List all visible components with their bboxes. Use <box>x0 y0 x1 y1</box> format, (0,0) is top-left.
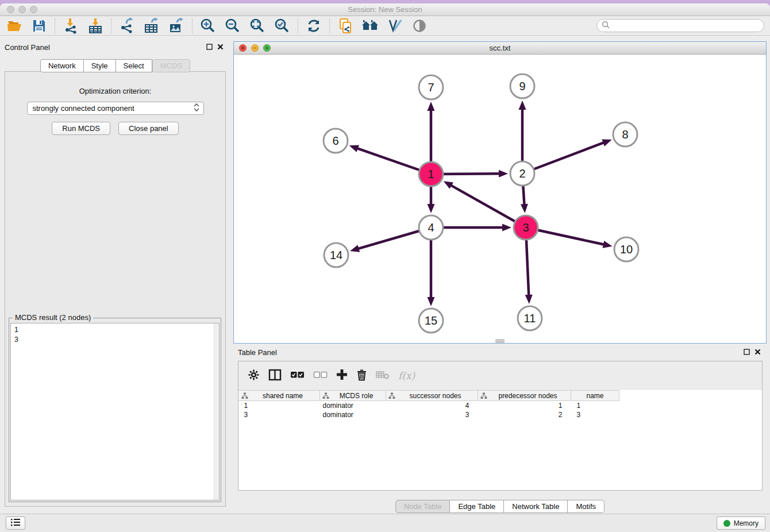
table-cell[interactable]: 4 <box>386 401 478 410</box>
gear-icon[interactable] <box>248 369 260 383</box>
close-window-button[interactable] <box>7 6 14 13</box>
function-icon[interactable]: f(x) <box>398 370 415 381</box>
close-panel-icon[interactable] <box>754 347 761 357</box>
table-tabs: Node Table Edge Table Network Table Moti… <box>233 500 767 513</box>
criterion-value: strongly connected component <box>33 104 193 113</box>
vizmap-pen-icon[interactable] <box>386 18 403 34</box>
splitter-handle[interactable] <box>495 339 505 343</box>
graph-node-label: 1 <box>428 168 434 180</box>
graph-edge-arrowhead <box>521 204 528 213</box>
criterion-select[interactable]: strongly connected component <box>27 102 204 115</box>
add-icon[interactable] <box>336 369 348 383</box>
houses-icon[interactable] <box>361 18 379 34</box>
graph-node-label: 15 <box>425 314 437 327</box>
trash-icon[interactable] <box>356 369 367 383</box>
mcds-result-title: MCDS result (2 nodes) <box>13 313 93 322</box>
result-scrollbar[interactable] <box>214 323 219 500</box>
refresh-icon[interactable] <box>305 18 322 34</box>
float-panel-icon[interactable] <box>206 42 213 52</box>
run-mcds-button[interactable]: Run MCDS <box>52 122 110 135</box>
graph-edge-arrowhead <box>519 101 526 110</box>
network-canvas[interactable]: 7968124314101511 <box>234 55 766 343</box>
export-network-icon[interactable] <box>118 18 136 34</box>
table-header-row: shared name MCDS role successor nodes pr… <box>239 391 619 401</box>
deselect-all-icon[interactable] <box>313 371 328 381</box>
tab-edge-table[interactable]: Edge Table <box>450 500 504 513</box>
zoom-fit-icon[interactable] <box>249 18 266 34</box>
column-header[interactable]: predecessor nodes <box>478 391 571 401</box>
table-cell[interactable]: dominator <box>320 401 386 410</box>
window-title: Session: New Session <box>0 3 770 16</box>
memory-button[interactable]: Memory <box>717 516 765 530</box>
close-panel-button[interactable]: Close panel <box>118 122 179 135</box>
list-icon <box>10 518 21 529</box>
control-panel: Control Panel Network Style Select MCDS … <box>5 41 226 508</box>
tab-style[interactable]: Style <box>84 59 116 72</box>
mcds-result-text[interactable]: 1 3 <box>10 323 220 500</box>
tab-mcds[interactable]: MCDS <box>152 59 190 72</box>
zoom-out-icon[interactable] <box>224 18 241 34</box>
tab-motifs[interactable]: Motifs <box>568 500 605 513</box>
graph-edge-arrowhead <box>499 170 508 178</box>
table-row[interactable]: 1dominator411 <box>239 401 619 410</box>
contrast-icon[interactable] <box>411 18 428 34</box>
close-network-button[interactable]: × <box>239 44 247 52</box>
graph-node-label: 14 <box>330 249 342 261</box>
open-file-icon[interactable] <box>6 18 23 34</box>
delete-table-icon[interactable] <box>376 370 390 382</box>
table-row[interactable]: 3dominator323 <box>239 410 619 419</box>
table-cell[interactable]: 3 <box>386 410 478 419</box>
maximize-network-button[interactable]: + <box>263 44 271 52</box>
graph-node-label: 10 <box>620 243 633 256</box>
graph-edge[interactable] <box>451 185 526 228</box>
tab-network-table[interactable]: Network Table <box>504 500 568 513</box>
network-window: × − + scc.txt 7968124314101511 <box>233 41 767 344</box>
maximize-window-button[interactable] <box>30 6 37 13</box>
memory-status-icon <box>723 520 730 527</box>
table-cell[interactable]: dominator <box>320 410 386 419</box>
table-cell[interactable]: 3 <box>571 410 619 419</box>
columns-icon[interactable] <box>268 369 282 383</box>
import-table-icon[interactable] <box>87 18 104 34</box>
column-header[interactable]: shared name <box>239 391 320 401</box>
task-history-button[interactable] <box>6 516 25 530</box>
graph-edge[interactable] <box>522 142 605 174</box>
tab-select[interactable]: Select <box>116 59 152 72</box>
window-controls <box>7 6 37 13</box>
copy-network-icon[interactable] <box>337 18 354 34</box>
table-cell[interactable]: 1 <box>239 401 320 410</box>
tab-node-table[interactable]: Node Table <box>395 500 451 513</box>
minimize-window-button[interactable] <box>18 6 26 13</box>
tab-network[interactable]: Network <box>40 59 84 72</box>
graph-edge-arrowhead <box>428 102 435 111</box>
minimize-network-button[interactable]: − <box>251 44 259 52</box>
zoom-in-icon[interactable] <box>199 18 217 34</box>
export-table-icon[interactable] <box>143 18 160 34</box>
column-header[interactable]: MCDS role <box>320 391 386 401</box>
graph-node-label: 6 <box>332 134 338 147</box>
graph-edge-arrowhead <box>350 245 360 252</box>
close-panel-icon[interactable] <box>217 42 224 52</box>
graph-node-label: 8 <box>622 128 628 141</box>
network-titlebar[interactable]: × − + scc.txt <box>234 42 766 55</box>
node-table-container: f(x) shared name MCDS role successor nod… <box>238 361 763 491</box>
table-cell[interactable]: 1 <box>478 401 571 410</box>
graph-edge-arrowhead <box>349 145 359 152</box>
export-image-icon[interactable] <box>168 18 185 34</box>
search-input[interactable] <box>596 19 764 32</box>
save-session-icon[interactable] <box>30 18 48 34</box>
table-panel-title: Table Panel <box>238 348 277 357</box>
float-panel-icon[interactable] <box>744 347 750 357</box>
optimization-criterion-label: Optimization criterion: <box>5 87 225 95</box>
column-header[interactable]: successor nodes <box>386 391 478 401</box>
table-cell[interactable]: 2 <box>478 410 571 419</box>
graph-edge-arrowhead <box>603 241 613 248</box>
zoom-selected-icon[interactable] <box>274 18 291 34</box>
control-panel-tabs: Network Style Select MCDS <box>5 59 226 72</box>
table-cell[interactable]: 3 <box>239 410 320 419</box>
import-network-icon[interactable] <box>62 18 79 34</box>
column-header[interactable]: name <box>571 391 619 401</box>
window-titlebar: Session: New Session <box>0 3 770 16</box>
select-all-icon[interactable] <box>290 371 305 381</box>
table-cell[interactable]: 1 <box>571 401 619 410</box>
